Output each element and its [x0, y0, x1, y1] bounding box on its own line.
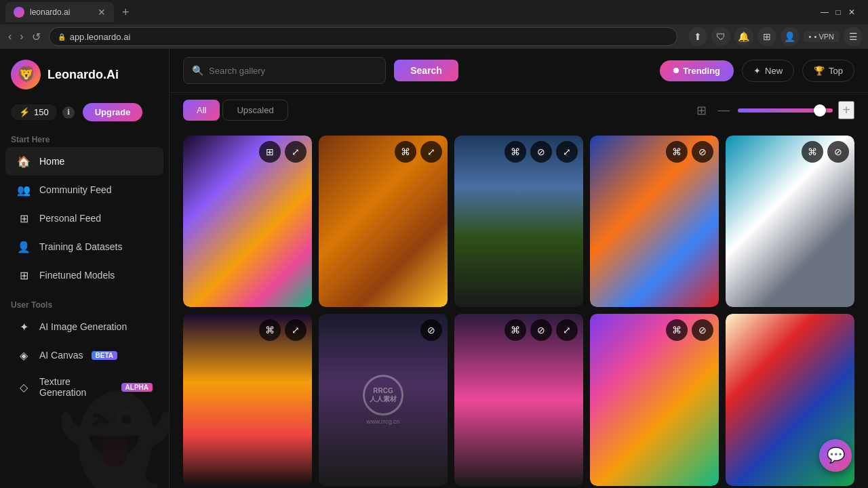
overlay-btn-1[interactable]: ⌘ — [505, 141, 526, 163]
zoom-thumb — [814, 104, 826, 117]
overlay-btn-1[interactable]: ⌘ — [666, 319, 688, 341]
sidebar-item-home[interactable]: 🏠 Home — [5, 147, 163, 176]
sidebar-personal-label: Personal Feed — [39, 213, 101, 224]
gallery-item-dark-warrior[interactable]: RRCG人人素材 www.rrcg.cn ⊘ — [319, 314, 448, 485]
trending-button[interactable]: Trending — [660, 60, 734, 81]
sidebar-item-personal-feed[interactable]: ⊞ Personal Feed — [5, 204, 163, 232]
overlay-btn-2[interactable]: ⊘ — [692, 141, 713, 163]
new-tab-button[interactable]: + — [117, 5, 135, 20]
sidebar-item-ai-image[interactable]: ✦ AI Image Generation — [5, 312, 163, 341]
search-button[interactable]: Search — [394, 60, 458, 81]
item-overlay: ⊞ ⤢ — [183, 136, 312, 307]
overlay-btn-1[interactable]: ⌘ — [259, 319, 281, 341]
notification-button[interactable]: 🔔 — [734, 27, 753, 46]
shield-button[interactable]: 🛡 — [711, 27, 730, 46]
texture-icon: ◇ — [16, 380, 31, 394]
extensions-button[interactable]: ⊞ — [757, 27, 776, 46]
overlay-btn-1[interactable]: ⊘ — [420, 319, 442, 341]
credits-info-button[interactable]: ℹ — [62, 106, 75, 119]
main-content: 🔍 Search Trending ✦ New 🏆 Top All Upsca — [170, 49, 868, 488]
minimize-button[interactable]: — — [819, 7, 830, 18]
sidebar-item-community-feed[interactable]: 👥 Community Feed — [5, 176, 163, 204]
overlay-btn-1[interactable]: ⊞ — [259, 141, 281, 163]
profile-button[interactable]: 👤 — [781, 27, 800, 46]
gallery-item-ancient[interactable]: ⌘ ⤢ — [319, 136, 448, 307]
sidebar-item-training[interactable]: 👤 Training & Datasets — [5, 232, 163, 261]
item-overlay: ⌘ ⊘ — [726, 136, 854, 307]
sidebar-ai-canvas-label: AI Canvas — [39, 350, 83, 361]
sidebar-item-texture-gen[interactable]: ◇ Texture Generation ALPHA — [5, 369, 163, 405]
active-tab[interactable]: leonardo.ai ✕ — [5, 2, 114, 22]
overlay-btn-1[interactable]: ⌘ — [802, 141, 823, 163]
gallery-item-pink-girl[interactable]: ⌘ ⊘ ⤢ — [454, 314, 583, 485]
item-overlay: ⌘ ⤢ — [183, 314, 312, 485]
credits-badge: ⚡ 150 — [11, 104, 57, 120]
overlay-btn-2[interactable]: ⊘ — [827, 141, 849, 163]
overlay-btn-2[interactable]: ⊘ — [530, 141, 552, 163]
chat-button[interactable]: 💬 — [819, 439, 852, 472]
alpha-badge: ALPHA — [121, 383, 153, 392]
address-bar[interactable]: 🔒 app.leonardo.ai — [49, 27, 677, 46]
search-input[interactable] — [209, 66, 377, 76]
sidebar-header: Leonardo.Ai — [0, 60, 169, 100]
forward-button[interactable]: › — [17, 30, 26, 43]
gallery-item-lion[interactable]: ⊞ ⤢ — [183, 136, 312, 307]
refresh-button[interactable]: ↺ — [29, 30, 43, 43]
overlay-btn-1[interactable]: ⌘ — [666, 141, 688, 163]
item-overlay: ⊘ — [319, 314, 448, 485]
overlay-btn-3[interactable]: ⤢ — [556, 319, 578, 341]
maximize-button[interactable]: □ — [833, 7, 844, 18]
training-icon: 👤 — [16, 239, 31, 254]
grid-view-button[interactable]: ⊞ — [694, 100, 709, 121]
filter-bar: All Upscaled ⊞ — + — [170, 93, 868, 127]
overlay-btn-1[interactable]: ⌘ — [505, 319, 526, 341]
overlay-btn-2[interactable]: ⤢ — [420, 141, 442, 163]
browser-chrome: leonardo.ai ✕ + — □ ✕ ‹ › ↺ 🔒 app.leonar… — [0, 0, 868, 49]
lock-icon: 🔒 — [58, 33, 66, 41]
sidebar-ai-image-label: AI Image Generation — [39, 321, 127, 332]
app-container: Leonardo.Ai ⚡ 150 ℹ Upgrade Start Here 🏠… — [0, 49, 868, 488]
address-bar-row: ‹ › ↺ 🔒 app.leonardo.ai ⬆ 🛡 🔔 ⊞ 👤 • • VP… — [0, 24, 868, 49]
item-overlay: ⌘ ⊘ ⤢ — [454, 314, 583, 485]
overlay-btn-2[interactable]: ⊘ — [692, 319, 713, 341]
top-icon: 🏆 — [814, 66, 825, 76]
top-button[interactable]: 🏆 Top — [802, 60, 854, 82]
upgrade-button[interactable]: Upgrade — [83, 103, 143, 121]
beta-badge: BETA — [92, 351, 117, 360]
filter-all-button[interactable]: All — [183, 100, 220, 121]
home-icon: 🏠 — [16, 154, 31, 169]
gallery-item-anime-girl[interactable]: ⌘ ⤢ — [183, 314, 312, 485]
sidebar-avatar — [11, 60, 41, 89]
gallery-item-koala[interactable]: ⌘ ⊘ — [726, 136, 854, 307]
zoom-in-button[interactable]: + — [838, 101, 854, 119]
url-text: app.leonardo.ai — [70, 32, 131, 42]
tab-close-button[interactable]: ✕ — [98, 7, 106, 18]
menu-button[interactable]: ☰ — [844, 27, 863, 46]
trend-dot — [673, 68, 679, 73]
gallery-item-colorful-girl[interactable]: ⌘ ⊘ — [590, 314, 719, 485]
overlay-btn-2[interactable]: ⤢ — [285, 319, 307, 341]
sidebar-item-ai-canvas[interactable]: ◈ AI Canvas BETA — [5, 341, 163, 369]
zoom-out-button[interactable]: — — [715, 100, 732, 120]
overlay-btn-2[interactable]: ⤢ — [285, 141, 307, 163]
filter-upscaled-button[interactable]: Upscaled — [222, 100, 288, 121]
overlay-btn-2[interactable]: ⊘ — [530, 319, 552, 341]
nav-buttons: ‹ › ↺ — [5, 30, 43, 43]
close-window-button[interactable]: ✕ — [846, 7, 857, 18]
gallery-item-warrior[interactable]: ⌘ ⊘ ⤢ — [454, 136, 583, 307]
zoom-slider[interactable] — [738, 108, 833, 113]
gallery-item-flowers[interactable]: ⌘ ⊘ — [590, 136, 719, 307]
sidebar-finetuned-label: Finetuned Models — [39, 270, 115, 281]
brand-name: Leonardo.Ai — [47, 68, 119, 82]
share-button[interactable]: ⬆ — [688, 27, 707, 46]
personal-icon: ⊞ — [16, 211, 31, 226]
item-overlay: ⌘ ⤢ — [319, 136, 448, 307]
overlay-btn-3[interactable]: ⤢ — [556, 141, 578, 163]
finetuned-icon: ⊞ — [16, 268, 31, 283]
sidebar-item-finetuned[interactable]: ⊞ Finetuned Models — [5, 261, 163, 289]
new-button[interactable]: ✦ New — [742, 60, 794, 82]
grid-controls: ⊞ — + — [694, 100, 854, 121]
back-button[interactable]: ‹ — [5, 30, 14, 43]
overlay-btn-1[interactable]: ⌘ — [395, 141, 416, 163]
filter-tabs: All Upscaled — [183, 100, 288, 121]
